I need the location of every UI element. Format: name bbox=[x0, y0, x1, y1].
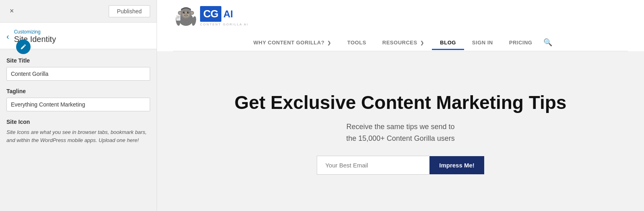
site-title-label: Site Title bbox=[6, 57, 150, 64]
svg-point-4 bbox=[187, 12, 189, 14]
nav-blog[interactable]: BLOG bbox=[432, 36, 464, 50]
customizer-topbar: × Published bbox=[0, 0, 157, 23]
logo-ai: AI bbox=[223, 8, 233, 20]
hero-subtitle: Receive the same tips we send to the 15,… bbox=[346, 121, 455, 144]
svg-point-5 bbox=[184, 12, 185, 13]
nav-why-content-gorilla[interactable]: WHY CONTENT GORILLA? ❯ bbox=[246, 36, 339, 50]
svg-point-11 bbox=[179, 12, 181, 14]
customizer-panel: × Published ‹ Customizing Site Identity … bbox=[0, 0, 157, 211]
impress-me-button[interactable]: Impress Me! bbox=[429, 156, 484, 174]
site-icon-label: Site Icon bbox=[6, 119, 150, 125]
site-preview: CG AI CONTENT GORILLA AI WHY CONTENT GOR… bbox=[157, 0, 644, 211]
published-button[interactable]: Published bbox=[109, 5, 151, 17]
logo-subtext: CONTENT GORILLA AI bbox=[200, 23, 248, 26]
site-navigation: WHY CONTENT GORILLA? ❯ TOOLS RESOURCES ❯… bbox=[173, 30, 628, 51]
hero-form: Impress Me! bbox=[317, 156, 484, 175]
close-button[interactable]: × bbox=[6, 5, 17, 17]
nav-sign-in[interactable]: SIGN IN bbox=[464, 36, 501, 50]
logo-area: CG AI CONTENT GORILLA AI bbox=[173, 4, 248, 28]
header-top: CG AI CONTENT GORILLA AI bbox=[173, 4, 628, 30]
chevron-down-icon-2: ❯ bbox=[420, 40, 424, 45]
email-input[interactable] bbox=[317, 156, 429, 175]
hero-section: Get Exclusive Content Marketing Tips Rec… bbox=[157, 51, 644, 211]
nav-tools[interactable]: TOOLS bbox=[339, 36, 374, 50]
nav-resources[interactable]: RESOURCES ❯ bbox=[374, 36, 432, 50]
customizing-label: Customizing bbox=[14, 29, 56, 35]
svg-point-12 bbox=[191, 12, 193, 14]
hero-title: Get Exclusive Content Marketing Tips bbox=[235, 92, 567, 114]
svg-point-8 bbox=[186, 14, 187, 15]
logo-cg: CG bbox=[203, 8, 218, 20]
svg-point-6 bbox=[188, 12, 189, 13]
site-icon-description: Site Icons are what you see in browser t… bbox=[6, 128, 150, 144]
svg-point-3 bbox=[183, 12, 185, 14]
search-icon[interactable]: 🔍 bbox=[540, 34, 555, 51]
gorilla-icon bbox=[173, 4, 199, 28]
chevron-down-icon: ❯ bbox=[327, 40, 331, 45]
form-section: Site Title Tagline Site Icon Site Icons … bbox=[0, 49, 157, 211]
nav-pricing[interactable]: PRICING bbox=[501, 36, 541, 50]
svg-rect-15 bbox=[176, 15, 180, 21]
back-button[interactable]: ‹ bbox=[6, 32, 9, 41]
svg-point-7 bbox=[185, 14, 186, 15]
site-header: CG AI CONTENT GORILLA AI WHY CONTENT GOR… bbox=[157, 0, 644, 51]
tagline-input[interactable] bbox=[6, 98, 150, 111]
tagline-label: Tagline bbox=[6, 88, 150, 94]
site-title-input[interactable] bbox=[6, 67, 150, 81]
